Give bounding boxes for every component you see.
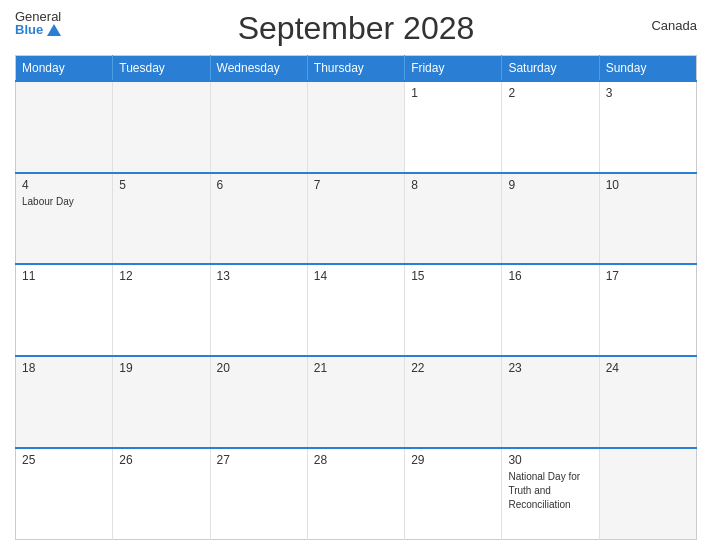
- table-row: 4Labour Day: [16, 173, 113, 265]
- table-row: [16, 81, 113, 173]
- weekday-header-row: Monday Tuesday Wednesday Thursday Friday…: [16, 56, 697, 82]
- calendar-week-row: 4Labour Day5678910: [16, 173, 697, 265]
- table-row: 10: [599, 173, 696, 265]
- table-row: [599, 448, 696, 540]
- day-number: 6: [217, 178, 301, 192]
- day-number: 26: [119, 453, 203, 467]
- day-number: 20: [217, 361, 301, 375]
- col-saturday: Saturday: [502, 56, 599, 82]
- col-monday: Monday: [16, 56, 113, 82]
- day-number: 28: [314, 453, 398, 467]
- table-row: 28: [307, 448, 404, 540]
- table-row: 22: [405, 356, 502, 448]
- day-number: 1: [411, 86, 495, 100]
- day-number: 17: [606, 269, 690, 283]
- table-row: 26: [113, 448, 210, 540]
- table-row: 21: [307, 356, 404, 448]
- table-row: 11: [16, 264, 113, 356]
- table-row: 5: [113, 173, 210, 265]
- col-thursday: Thursday: [307, 56, 404, 82]
- col-sunday: Sunday: [599, 56, 696, 82]
- day-number: 29: [411, 453, 495, 467]
- day-number: 24: [606, 361, 690, 375]
- calendar-week-row: 18192021222324: [16, 356, 697, 448]
- day-number: 2: [508, 86, 592, 100]
- country-label: Canada: [651, 18, 697, 33]
- calendar-table: Monday Tuesday Wednesday Thursday Friday…: [15, 55, 697, 540]
- day-number: 8: [411, 178, 495, 192]
- day-number: 5: [119, 178, 203, 192]
- day-number: 13: [217, 269, 301, 283]
- day-number: 19: [119, 361, 203, 375]
- table-row: 9: [502, 173, 599, 265]
- table-row: 8: [405, 173, 502, 265]
- table-row: 14: [307, 264, 404, 356]
- logo-triangle-icon: [47, 24, 61, 36]
- day-number: 9: [508, 178, 592, 192]
- table-row: 29: [405, 448, 502, 540]
- table-row: [307, 81, 404, 173]
- event-label: National Day for Truth and Reconciliatio…: [508, 471, 580, 510]
- day-number: 11: [22, 269, 106, 283]
- table-row: 23: [502, 356, 599, 448]
- table-row: [210, 81, 307, 173]
- calendar-week-row: 252627282930National Day for Truth and R…: [16, 448, 697, 540]
- table-row: 7: [307, 173, 404, 265]
- table-row: 19: [113, 356, 210, 448]
- table-row: 1: [405, 81, 502, 173]
- table-row: 17: [599, 264, 696, 356]
- table-row: 15: [405, 264, 502, 356]
- event-label: Labour Day: [22, 196, 74, 207]
- day-number: 12: [119, 269, 203, 283]
- day-number: 4: [22, 178, 106, 192]
- table-row: 2: [502, 81, 599, 173]
- table-row: 30National Day for Truth and Reconciliat…: [502, 448, 599, 540]
- table-row: 20: [210, 356, 307, 448]
- day-number: 3: [606, 86, 690, 100]
- table-row: 3: [599, 81, 696, 173]
- day-number: 25: [22, 453, 106, 467]
- table-row: 13: [210, 264, 307, 356]
- col-tuesday: Tuesday: [113, 56, 210, 82]
- day-number: 21: [314, 361, 398, 375]
- day-number: 15: [411, 269, 495, 283]
- day-number: 27: [217, 453, 301, 467]
- page-title: September 2028: [238, 10, 475, 47]
- day-number: 10: [606, 178, 690, 192]
- day-number: 14: [314, 269, 398, 283]
- table-row: 24: [599, 356, 696, 448]
- table-row: 6: [210, 173, 307, 265]
- col-wednesday: Wednesday: [210, 56, 307, 82]
- day-number: 16: [508, 269, 592, 283]
- table-row: 27: [210, 448, 307, 540]
- col-friday: Friday: [405, 56, 502, 82]
- logo-blue-text: Blue: [15, 23, 61, 36]
- table-row: [113, 81, 210, 173]
- calendar-week-row: 11121314151617: [16, 264, 697, 356]
- day-number: 22: [411, 361, 495, 375]
- calendar-week-row: 123: [16, 81, 697, 173]
- table-row: 16: [502, 264, 599, 356]
- table-row: 12: [113, 264, 210, 356]
- calendar-page: General Blue September 2028 Canada Monda…: [0, 0, 712, 550]
- day-number: 23: [508, 361, 592, 375]
- calendar-header: General Blue September 2028 Canada: [15, 10, 697, 47]
- day-number: 18: [22, 361, 106, 375]
- day-number: 30: [508, 453, 592, 467]
- table-row: 18: [16, 356, 113, 448]
- logo: General Blue: [15, 10, 61, 36]
- table-row: 25: [16, 448, 113, 540]
- day-number: 7: [314, 178, 398, 192]
